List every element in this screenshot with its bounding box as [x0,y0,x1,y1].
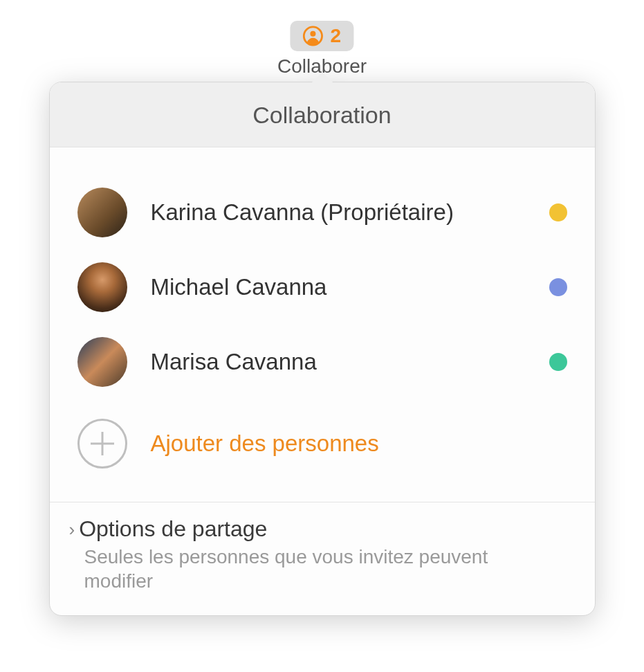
add-people-button[interactable]: Ajouter des personnes [77,399,567,481]
popover-title: Collaboration [50,102,595,129]
person-row-karina[interactable]: Karina Cavanna (Propriétaire) [77,175,567,250]
presence-dot-icon [549,203,567,221]
person-circle-icon [302,26,323,46]
popover-arrow-icon [310,72,335,84]
popover-header: Collaboration [50,82,595,147]
toolbar-collaborate-group: 2 Collaborer [277,21,367,78]
people-list: Karina Cavanna (Propriétaire) Michael Ca… [50,147,595,502]
presence-dot-icon [549,278,567,296]
share-options-row[interactable]: › Options de partage Seules les personne… [50,502,595,615]
collaboration-popover: Collaboration Karina Cavanna (Propriétai… [49,82,596,616]
collaboration-popover-wrap: Collaboration Karina Cavanna (Propriétai… [49,82,596,616]
svg-point-1 [310,31,315,37]
person-row-marisa[interactable]: Marisa Cavanna [77,325,567,399]
collaborator-count: 2 [330,25,341,47]
avatar [77,262,127,312]
plus-circle-icon [77,419,127,469]
person-name: Marisa Cavanna [151,349,540,375]
person-name: Michael Cavanna [151,274,540,300]
avatar [77,188,127,237]
avatar [77,337,127,387]
collaborate-button[interactable]: 2 [290,21,353,51]
share-options-title: Options de partage [79,516,267,542]
chevron-right-icon: › [69,520,75,538]
person-name: Karina Cavanna (Propriétaire) [151,199,540,226]
share-options-head: › Options de partage [69,516,576,542]
add-people-label: Ajouter des personnes [151,430,379,457]
share-options-description: Seules les personnes que vous invitez pe… [84,545,527,593]
person-row-michael[interactable]: Michael Cavanna [77,250,567,325]
presence-dot-icon [549,353,567,371]
